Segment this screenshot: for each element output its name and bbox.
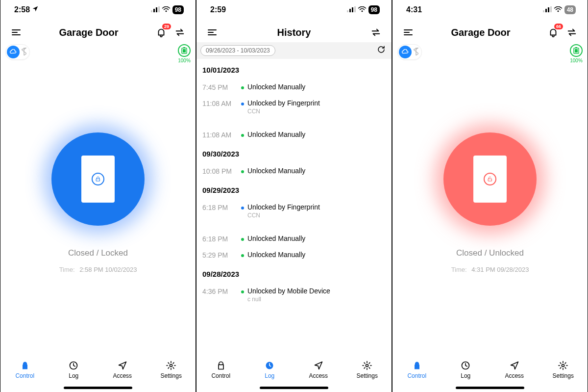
- filter-bar: 09/26/2023 - 10/03/2023: [196, 42, 392, 59]
- log-entry-subtext: CCN: [247, 108, 320, 115]
- tab-access[interactable]: Access: [495, 360, 534, 379]
- app-header: Garage Door 29: [0, 23, 196, 42]
- paper-plane-icon: [117, 360, 128, 371]
- status-dot-icon: [241, 86, 244, 89]
- status-dot-icon: [241, 170, 244, 173]
- bluetooth-icon: [22, 48, 26, 57]
- cellular-signal-icon: [151, 5, 160, 14]
- screen-control-unlocked: 4:31 48 Garage Door 66: [392, 0, 588, 392]
- status-battery: 48: [564, 5, 576, 14]
- cloud-icon: [7, 46, 20, 58]
- tab-access[interactable]: Access: [103, 360, 142, 379]
- connection-chip[interactable]: [397, 44, 422, 60]
- svg-rect-0: [151, 10, 152, 12]
- log-entry-text: Unlocked Manually: [247, 251, 305, 259]
- door-icon: [473, 156, 507, 203]
- tab-access[interactable]: Access: [299, 360, 338, 379]
- log-entry[interactable]: 5:29 PMUnlocked Manually: [196, 247, 392, 263]
- swap-icon[interactable]: [369, 26, 383, 39]
- paper-plane-icon: [509, 360, 520, 371]
- refresh-button[interactable]: [377, 45, 386, 56]
- notifications-button[interactable]: 29: [154, 26, 168, 39]
- clock-icon: [68, 360, 79, 371]
- wifi-icon: [554, 5, 563, 14]
- menu-icon[interactable]: [9, 26, 23, 39]
- connection-chip[interactable]: [5, 44, 30, 60]
- log-entry-text: Unlocked Manually: [247, 235, 305, 242]
- log-entry-time: 6:18 PM: [202, 203, 238, 211]
- log-entry[interactable]: 11:08 AMUnlocked by FingerprintCCN: [196, 95, 392, 127]
- page-title: History: [219, 27, 369, 38]
- page-title: Garage Door: [415, 27, 546, 38]
- status-timestamp: Time: 4:31 PM 09/28/2023: [451, 266, 529, 273]
- home-indicator[interactable]: [260, 387, 328, 389]
- notifications-button[interactable]: 66: [546, 26, 560, 39]
- tab-log[interactable]: Log: [446, 360, 485, 379]
- tab-log[interactable]: Log: [54, 360, 93, 379]
- home-indicator[interactable]: [456, 387, 524, 389]
- tab-log[interactable]: Log: [250, 360, 289, 379]
- log-entry-time: 11:08 AM: [202, 131, 238, 139]
- battery-percent: 100%: [178, 58, 191, 63]
- lock-icon: [92, 173, 104, 185]
- menu-icon[interactable]: [401, 26, 415, 39]
- log-entry-text: Unlocked Manually: [247, 131, 305, 138]
- svg-rect-20: [550, 6, 552, 12]
- log-entry[interactable]: 11:08 AMUnlocked Manually: [196, 127, 392, 143]
- log-entry[interactable]: 10:08 PMUnlocked Manually: [196, 163, 392, 179]
- svg-rect-12: [352, 7, 353, 12]
- log-entry[interactable]: 6:18 PMUnlocked Manually: [196, 231, 392, 247]
- clock-filled-icon: [264, 360, 275, 371]
- svg-point-9: [170, 365, 172, 367]
- device-battery: 100%: [570, 44, 583, 63]
- svg-point-4: [165, 10, 167, 12]
- swap-icon[interactable]: [565, 26, 579, 39]
- log-entry[interactable]: 4:36 PMUnlocked by Mobile Devicec null: [196, 283, 392, 314]
- tab-control[interactable]: Control: [201, 360, 241, 379]
- swap-icon[interactable]: [173, 26, 187, 39]
- log-entry-subtext: CCN: [247, 212, 320, 219]
- log-entry[interactable]: 7:45 PMUnlocked Manually: [196, 79, 392, 95]
- status-battery: 98: [368, 5, 380, 14]
- log-entry-time: 11:08 AM: [202, 99, 238, 107]
- log-entry-text: Unlocked by Fingerprint: [247, 99, 320, 107]
- status-timestamp: Time: 2:58 PM 10/02/2023: [59, 266, 137, 273]
- svg-rect-23: [575, 47, 577, 48]
- svg-rect-1: [153, 9, 155, 12]
- log-entry-time: 10:08 PM: [202, 167, 238, 175]
- lock-filled-icon: [411, 360, 423, 371]
- app-header: Garage Door 66: [392, 23, 588, 42]
- menu-icon[interactable]: [205, 26, 219, 39]
- status-dot-icon: [241, 207, 244, 209]
- home-indicator[interactable]: [64, 387, 132, 389]
- svg-rect-11: [349, 9, 351, 12]
- date-range-chip[interactable]: 09/26/2023 - 10/03/2023: [200, 45, 275, 56]
- tab-settings[interactable]: Settings: [347, 360, 387, 379]
- status-bar: 4:31 48: [392, 0, 588, 20]
- wifi-icon: [358, 5, 367, 14]
- log-entry-text: Unlocked by Fingerprint: [247, 203, 320, 211]
- svg-rect-18: [545, 9, 547, 12]
- svg-rect-19: [548, 7, 549, 12]
- tab-control[interactable]: Control: [5, 360, 45, 379]
- svg-point-21: [557, 10, 559, 12]
- history-log[interactable]: 10/01/20237:45 PMUnlocked Manually11:08 …: [196, 59, 392, 357]
- tab-control[interactable]: Control: [397, 360, 437, 379]
- tab-settings[interactable]: Settings: [543, 360, 583, 379]
- status-dot-icon: [241, 238, 244, 241]
- svg-rect-10: [347, 10, 348, 12]
- screen-history: 2:59 98 History 09/26/2023 - 10/03/2023 …: [196, 0, 392, 392]
- cellular-signal-icon: [543, 5, 552, 14]
- log-entry[interactable]: 6:18 PMUnlocked by FingerprintCCN: [196, 199, 392, 231]
- gear-icon: [557, 360, 569, 371]
- tab-settings[interactable]: Settings: [151, 360, 191, 379]
- location-arrow-icon: [32, 5, 39, 14]
- status-dot-icon: [241, 290, 244, 293]
- log-entry-text: Unlocked Manually: [247, 167, 305, 175]
- gear-icon: [361, 360, 373, 371]
- lock-toggle-button[interactable]: [51, 132, 145, 226]
- svg-rect-7: [183, 49, 186, 52]
- log-entry-time: 5:29 PM: [202, 251, 238, 259]
- lock-toggle-button[interactable]: [443, 132, 537, 226]
- notifications-badge: 66: [554, 24, 563, 29]
